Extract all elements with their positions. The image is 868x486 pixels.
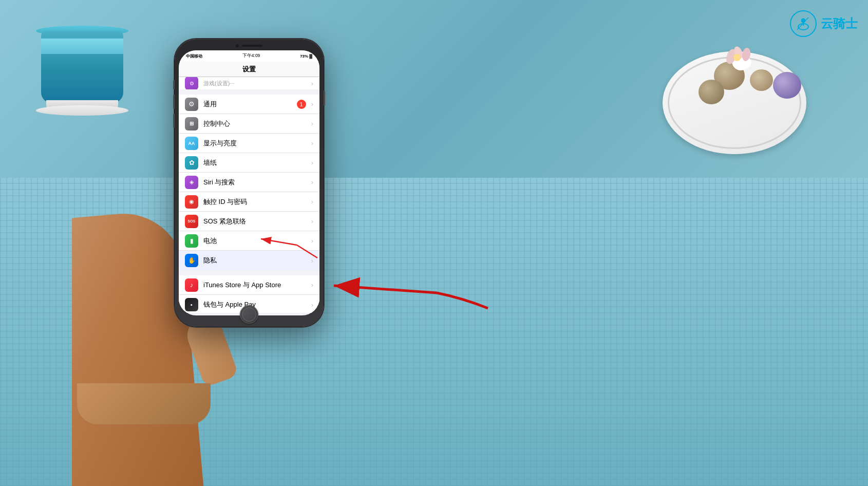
earpiece-speaker: [242, 45, 262, 47]
wallet-label: 钱包与 Apple Pay: [203, 300, 309, 309]
itunes-icon: ♪: [185, 278, 198, 292]
wallpaper-icon: ✿: [185, 156, 198, 170]
wallet-icon: ▪: [185, 298, 198, 311]
home-button[interactable]: [240, 305, 258, 324]
settings-row-itunes[interactable]: ♪ iTunes Store 与 App Store ›: [179, 275, 319, 295]
general-badge: 1: [297, 100, 306, 109]
battery-chevron: ›: [311, 237, 313, 245]
time-display: 下午4:09: [242, 53, 260, 59]
partial-row-icon: ⚙: [185, 77, 198, 89]
display-label: 显示与亮度: [203, 139, 309, 148]
settings-row-siri[interactable]: ◈ Siri 与搜索 ›: [179, 173, 319, 192]
settings-row-battery[interactable]: ▮ 电池 ›: [179, 231, 319, 251]
display-chevron: ›: [311, 139, 313, 147]
battery-label: 电池: [203, 236, 309, 246]
yunqishi-logo: 云骑士: [790, 10, 858, 37]
wallet-chevron: ›: [311, 301, 313, 309]
partial-row-label: 游戏(设置)···: [203, 80, 309, 87]
privacy-label: 隐私: [203, 256, 309, 265]
sos-icon: SOS: [185, 215, 198, 228]
itunes-label: iTunes Store 与 App Store: [203, 281, 309, 290]
control-center-icon: ⊞: [185, 117, 198, 130]
page-title: 设置: [242, 65, 256, 73]
battery-percent: 73%: [300, 54, 308, 59]
wallpaper-chevron: ›: [311, 159, 313, 166]
plate-decoration: [652, 21, 817, 164]
section-main-settings: ⚙ 通用 1 › ⊞ 控: [179, 95, 319, 270]
logo-icon: [790, 10, 817, 37]
settings-row-display[interactable]: AA 显示与亮度 ›: [179, 134, 319, 153]
touchid-label: 触控 ID 与密码: [203, 197, 309, 207]
itunes-chevron: ›: [311, 281, 313, 289]
settings-list: ⚙ 游戏(设置)··· › ⚙: [179, 77, 319, 313]
iphone-device: 中国移动 下午4:09 73% ▓ 设置: [175, 39, 324, 327]
volume-down-button: [173, 114, 175, 128]
siri-chevron: ›: [311, 178, 313, 186]
logo-text: 云骑士: [821, 15, 858, 32]
wallpaper-label: 墙纸: [203, 158, 309, 167]
carrier-text: 中国移动: [186, 53, 202, 59]
sos-chevron: ›: [311, 217, 313, 225]
general-chevron: ›: [311, 100, 313, 108]
front-camera-area: [231, 43, 267, 48]
control-center-icon-char: ⊞: [190, 121, 194, 126]
settings-row-touchid[interactable]: ◉ 触控 ID 与密码 ›: [179, 192, 319, 212]
volume-up-button: [173, 95, 175, 109]
settings-row-sos[interactable]: SOS SOS 紧急联络 ›: [179, 212, 319, 231]
battery-status: 73% ▓: [300, 54, 312, 59]
status-bar: 中国移动 下午4:09 73% ▓: [179, 50, 319, 62]
display-icon-char: AA: [188, 141, 195, 146]
wallet-icon-char: ▪: [191, 302, 193, 308]
siri-icon: ◈: [185, 176, 198, 189]
privacy-icon: ✋: [185, 254, 198, 267]
navigation-bar: 设置: [179, 62, 319, 77]
privacy-chevron: ›: [311, 257, 313, 265]
mute-switch: [173, 80, 175, 89]
siri-label: Siri 与搜索: [203, 178, 309, 187]
general-icon: ⚙: [185, 98, 198, 111]
partial-settings-row[interactable]: ⚙ 游戏(设置)··· ›: [179, 77, 319, 89]
settings-row-control-center[interactable]: ⊞ 控制中心 ›: [179, 114, 319, 134]
home-button-inner: [242, 307, 256, 322]
section-gap-2: [179, 270, 319, 275]
battery-icon-setting: ▮: [185, 234, 198, 248]
power-button: [324, 90, 325, 106]
settings-row-wallpaper[interactable]: ✿ 墙纸 ›: [179, 153, 319, 173]
touchid-chevron: ›: [311, 198, 313, 205]
siri-icon-char: ◈: [190, 179, 194, 185]
partial-icon-char: ⚙: [190, 81, 194, 86]
hand-holding-phone: 中国移动 下午4:09 73% ▓ 设置: [72, 13, 431, 486]
control-center-label: 控制中心: [203, 119, 309, 128]
sos-label: SOS 紧急联络: [203, 217, 309, 226]
sos-icon-char: SOS: [188, 219, 196, 223]
front-camera-dot: [236, 44, 239, 47]
settings-row-privacy[interactable]: ✋ 隐私 ›: [179, 251, 319, 270]
partial-chevron: ›: [311, 80, 313, 87]
settings-row-general[interactable]: ⚙ 通用 1 ›: [179, 95, 319, 114]
wallpaper-icon-char: ✿: [189, 159, 195, 166]
display-icon: AA: [185, 137, 198, 150]
section-top: ⚙ 游戏(设置)··· ›: [179, 77, 319, 89]
phone-screen: 中国移动 下午4:09 73% ▓ 设置: [179, 50, 319, 315]
general-icon-char: ⚙: [188, 100, 195, 108]
section-gap-1: [179, 89, 319, 95]
badge-count: 1: [300, 101, 303, 107]
control-center-chevron: ›: [311, 120, 313, 127]
privacy-icon-char: ✋: [188, 257, 196, 264]
touchid-icon: ◉: [185, 195, 198, 209]
battery-icon-char: ▮: [190, 237, 194, 245]
itunes-icon-char: ♪: [190, 281, 194, 289]
general-label: 通用: [203, 100, 297, 109]
touchid-icon-char: ◉: [189, 198, 194, 205]
battery-icon: ▓: [309, 54, 312, 59]
